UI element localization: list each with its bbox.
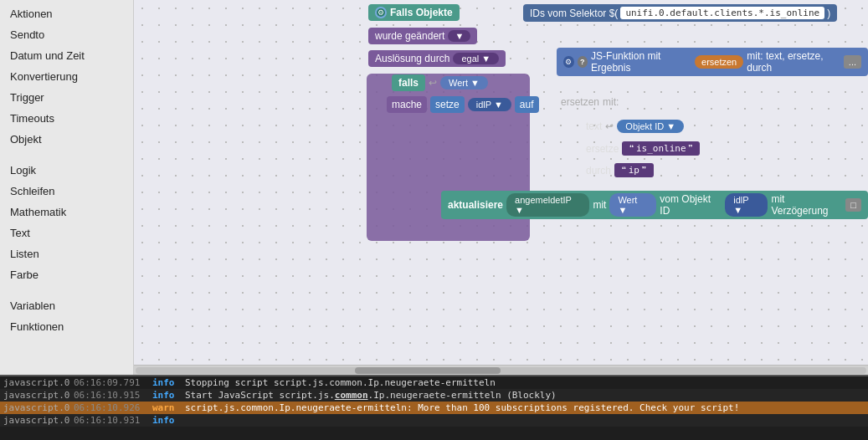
dots-btn[interactable]: ... — [844, 55, 861, 69]
mit3-label: mit: text, ersetze, durch — [747, 50, 840, 74]
log-src-3: javascript.0 — [3, 402, 70, 413]
auslosung-label: Auslösung durch — [375, 53, 449, 64]
log-msg-1: Stopping script script.js.common.Ip.neug… — [185, 377, 496, 388]
sidebar: Aktionen Sendto Datum und Zeit Konvertie… — [0, 0, 134, 375]
scrollbar-track[interactable] — [136, 367, 866, 374]
quote-open2-icon: ❝ — [621, 165, 627, 176]
sidebar-item-trigger[interactable]: Trigger — [0, 87, 133, 108]
scrollbar[interactable] — [134, 365, 868, 375]
sidebar-item-funktionen[interactable]: Funktionen — [0, 316, 133, 337]
sidebar-item-text[interactable]: Text — [0, 223, 133, 243]
mache-setze-row: mache setze idlP ▼ auf — [387, 96, 539, 113]
text-objekt-row: text ↩ Objekt ID ▼ — [586, 120, 684, 133]
durch-label: durch — [586, 165, 611, 177]
egal-dropdown[interactable]: egal ▼ — [453, 53, 499, 64]
js-funktion-label: JS-Funktion mit Ergebnis — [591, 50, 691, 74]
log-time-3: 06:16:10.926 — [74, 402, 149, 413]
durch-row: durch ❝ip❞ — [586, 163, 654, 177]
mit-verzogerung-label: mit Verzögerung — [771, 193, 842, 217]
ids-selektor-block[interactable]: IDs vom Selektor $( unifi.0.default.clie… — [523, 4, 837, 22]
idlp2-dropdown[interactable]: idlP ▼ — [725, 193, 768, 217]
sidebar-item-mathematik[interactable]: Mathematik — [0, 202, 133, 223]
auslosung-block[interactable]: Auslösung durch egal ▼ — [368, 50, 506, 67]
idlp-dropdown[interactable]: idlP ▼ — [468, 98, 511, 111]
question-icon: ? — [578, 56, 588, 68]
sidebar-item-datum-und-zeit[interactable]: Datum und Zeit — [0, 45, 133, 66]
log-row-3: javascript.0 06:16:10.926 warn script.js… — [0, 402, 868, 414]
canvas: ⚙ Falls Objekte IDs vom Selektor $( unif… — [134, 0, 868, 375]
log-level-4: info — [152, 415, 182, 426]
mit2-label: mit — [593, 199, 606, 211]
mit-label: mit: — [603, 96, 619, 108]
ersetze-row: ersetze ❝is_online❞ — [586, 141, 700, 156]
arrow2-icon: ↩ — [605, 120, 614, 132]
log-time-2: 06:16:10.915 — [74, 390, 149, 401]
js-funktion-block[interactable]: ⚙ ? JS-Funktion mit Ergebnis ersetzen mi… — [557, 48, 868, 76]
auf-label: auf — [515, 96, 539, 113]
quote-close-icon: ❞ — [688, 143, 694, 154]
falls-label[interactable]: falls — [392, 74, 425, 91]
angemeldete-ip-dropdown[interactable]: angemeldetIP ▼ — [506, 193, 589, 217]
wurde-dropdown[interactable]: ▼ — [448, 30, 470, 42]
objekt-id-dropdown[interactable]: Objekt ID ▼ — [617, 120, 684, 133]
ids-end: ) — [827, 8, 830, 19]
log-msg-2: Start JavaScript script.js.common.Ip.neu… — [185, 390, 557, 401]
vom-objekt-id-label: vom Objekt ID — [660, 193, 722, 217]
log-level-1: info — [152, 377, 182, 388]
sidebar-item-farbe[interactable]: Farbe — [0, 264, 133, 285]
sidebar-item-variablen[interactable]: Variablen — [0, 295, 133, 316]
sidebar-item-konvertierung[interactable]: Konvertierung — [0, 66, 133, 87]
setze-label: setze — [430, 96, 465, 113]
log-row-1: javascript.0 06:16:09.791 info Stopping … — [0, 376, 868, 389]
log-row-2: javascript.0 06:16:10.915 info Start Jav… — [0, 389, 868, 402]
log-time-1: 06:16:09.791 — [74, 377, 149, 388]
ip-value[interactable]: ❝ip❞ — [614, 163, 654, 177]
ersetzen-mit-row: ersetzen mit: — [561, 96, 619, 108]
sidebar-item-aktionen[interactable]: Aktionen — [0, 3, 133, 24]
log-src-2: javascript.0 — [3, 390, 70, 401]
falls-objekte-label: Falls Objekte — [390, 7, 453, 18]
sidebar-item-schleifen[interactable]: Schleifen — [0, 181, 133, 202]
log-time-4: 06:16:10.931 — [74, 415, 149, 426]
ids-label: IDs vom Selektor $( — [530, 8, 618, 19]
log-msg-3: script.js.common.Ip.neugeraete-ermitteln… — [185, 402, 739, 413]
verzogerung-value[interactable]: □ — [845, 198, 861, 212]
wurde-geandert-label: wurde geändert — [375, 30, 444, 42]
scrollbar-thumb[interactable] — [355, 367, 501, 374]
quote-open-icon: ❝ — [629, 143, 634, 154]
mache-label: mache — [387, 96, 427, 113]
is-online-value[interactable]: ❝is_online❞ — [622, 141, 700, 156]
sidebar-item-sendto[interactable]: Sendto — [0, 24, 133, 45]
gear2-icon: ⚙ — [563, 56, 574, 68]
falls-objekte-block[interactable]: ⚙ Falls Objekte — [368, 4, 460, 21]
aktualisiere-block[interactable]: aktualisiere angemeldetIP ▼ mit Wert ▼ v… — [441, 191, 868, 219]
sidebar-item-listen[interactable]: Listen — [0, 243, 133, 264]
ersetzen2-btn[interactable]: ersetzen — [695, 55, 743, 69]
text-label: text — [586, 120, 602, 132]
gear-icon: ⚙ — [375, 7, 387, 18]
falls-wert-row: falls ↩ Wert ▼ — [392, 74, 488, 91]
wurde-geandert-block[interactable]: wurde geändert ▼ — [368, 28, 477, 44]
sidebar-item-objekt[interactable]: Objekt — [0, 129, 133, 150]
log-level-2: info — [152, 390, 182, 401]
log-row-4: javascript.0 06:16:10.931 info — [0, 414, 868, 427]
wert2-dropdown[interactable]: Wert ▼ — [609, 193, 656, 217]
aktualisiere-label: aktualisiere — [448, 199, 503, 211]
log-src-4: javascript.0 — [3, 415, 70, 426]
sidebar-item-timeouts[interactable]: Timeouts — [0, 108, 133, 129]
log-level-3: warn — [152, 402, 182, 413]
log-src-1: javascript.0 — [3, 377, 70, 388]
log-panel: javascript.0 06:16:09.791 info Stopping … — [0, 375, 868, 440]
wert-dropdown[interactable]: Wert ▼ — [440, 76, 488, 90]
ersetze-label: ersetze — [586, 143, 619, 155]
sidebar-item-logik[interactable]: Logik — [0, 160, 133, 181]
arrow-icon: ↩ — [429, 77, 437, 89]
quote-close2-icon: ❞ — [641, 165, 647, 176]
ersetzen-label: ersetzen — [561, 96, 599, 108]
ids-value[interactable]: unifi.0.default.clients.*.is_online — [620, 7, 824, 19]
